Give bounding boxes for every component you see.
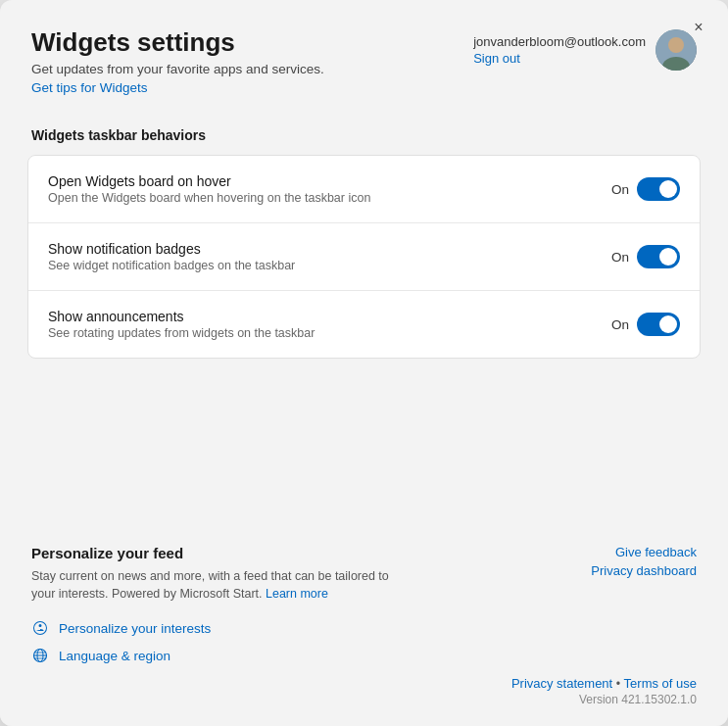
- setting-text-0: Open Widgets board on hover Open the Wid…: [48, 173, 370, 205]
- language-region-link[interactable]: Language & region: [31, 647, 697, 664]
- footer-bottom: Privacy statement • Terms of use Version…: [31, 676, 697, 706]
- page-title: Widgets settings: [31, 27, 324, 58]
- tips-link[interactable]: Get tips for Widgets: [31, 80, 148, 95]
- setting-control-1: On: [611, 245, 680, 268]
- setting-label-2: Show announcements: [48, 309, 315, 324]
- header-right: jonvanderbloom@outlook.com Sign out: [473, 29, 697, 71]
- learn-more-link[interactable]: Learn more: [266, 587, 328, 601]
- footer: Personalize your feed Stay current on ne…: [0, 517, 728, 727]
- personalize-icon: [31, 619, 49, 637]
- version-text: Version 421.15302.1.0: [511, 693, 697, 706]
- footer-right: Give feedback Privacy dashboard: [591, 545, 697, 578]
- toggle-1[interactable]: [637, 245, 680, 268]
- footer-actions: Personalize your interests Language & re…: [31, 619, 697, 664]
- personalize-interests-link[interactable]: Personalize your interests: [31, 619, 697, 637]
- header-left: Widgets settings Get updates from your f…: [31, 27, 324, 96]
- footer-links-version: Privacy statement • Terms of use Version…: [511, 676, 697, 706]
- toggle-label-0: On: [611, 182, 629, 197]
- account-info: jonvanderbloom@outlook.com Sign out: [473, 34, 646, 66]
- give-feedback-link[interactable]: Give feedback: [591, 545, 697, 559]
- footer-title: Personalize your feed: [31, 545, 404, 561]
- setting-desc-0: Open the Widgets board when hovering on …: [48, 191, 370, 205]
- settings-group: Open Widgets board on hover Open the Wid…: [27, 155, 701, 359]
- footer-links-row: Privacy statement • Terms of use: [511, 676, 697, 691]
- setting-desc-2: See rotating updates from widgets on the…: [48, 326, 315, 340]
- taskbar-section-header: Widgets taskbar behaviors: [0, 96, 728, 155]
- privacy-statement-link[interactable]: Privacy statement: [511, 676, 612, 691]
- language-icon: [31, 647, 49, 664]
- footer-desc-text: Stay current on news and more, with a fe…: [31, 569, 389, 602]
- footer-top: Personalize your feed Stay current on ne…: [31, 545, 697, 605]
- close-icon: ×: [694, 19, 703, 36]
- separator: •: [616, 677, 620, 691]
- svg-point-1: [668, 37, 684, 53]
- toggle-label-2: On: [611, 317, 629, 332]
- header: Widgets settings Get updates from your f…: [0, 0, 728, 96]
- sign-out-button[interactable]: Sign out: [473, 51, 520, 66]
- setting-desc-1: See widget notification badges on the ta…: [48, 259, 295, 272]
- setting-label-1: Show notification badges: [48, 241, 295, 257]
- setting-control-0: On: [611, 177, 680, 201]
- widgets-settings-panel: × Widgets settings Get updates from your…: [0, 0, 728, 726]
- setting-text-1: Show notification badges See widget noti…: [48, 241, 295, 272]
- toggle-0[interactable]: [637, 177, 680, 201]
- account-email: jonvanderbloom@outlook.com: [473, 34, 646, 49]
- footer-left: Personalize your feed Stay current on ne…: [31, 545, 404, 605]
- toggle-2[interactable]: [637, 313, 680, 336]
- close-button[interactable]: ×: [685, 14, 712, 41]
- privacy-dashboard-link[interactable]: Privacy dashboard: [591, 563, 697, 578]
- header-subtitle: Get updates from your favorite apps and …: [31, 62, 324, 76]
- language-label: Language & region: [59, 649, 170, 663]
- table-row: Open Widgets board on hover Open the Wid…: [28, 156, 700, 223]
- personalize-label: Personalize your interests: [59, 621, 211, 636]
- setting-control-2: On: [611, 313, 680, 336]
- setting-label-0: Open Widgets board on hover: [48, 173, 370, 189]
- setting-text-2: Show announcements See rotating updates …: [48, 309, 315, 340]
- table-row: Show announcements See rotating updates …: [28, 291, 700, 358]
- table-row: Show notification badges See widget noti…: [28, 223, 700, 291]
- footer-desc: Stay current on news and more, with a fe…: [31, 567, 404, 605]
- toggle-label-1: On: [611, 250, 629, 265]
- terms-use-link[interactable]: Terms of use: [624, 676, 697, 691]
